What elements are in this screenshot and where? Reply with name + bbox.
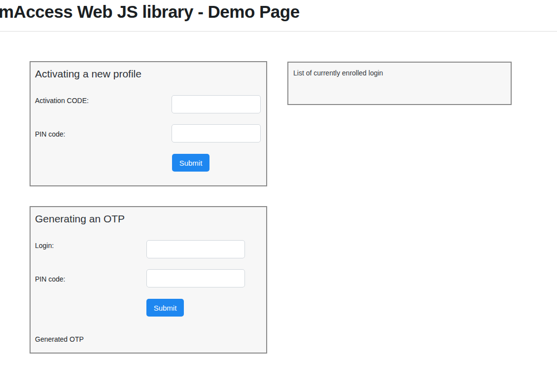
otp-panel-heading: Generating an OTP [35,213,125,225]
activation-panel-heading: Activating a new profile [35,68,141,80]
generated-otp-label: Generated OTP [35,335,84,343]
otp-login-input[interactable] [146,240,245,258]
activation-pin-label: PIN code: [35,129,65,139]
enrolled-login-panel: List of currently enrolled login [287,62,512,105]
otp-pin-input[interactable] [146,269,245,287]
activation-submit-button[interactable]: Submit [172,154,209,172]
page-title: mAccess Web JS library - Demo Page [0,2,300,22]
activation-panel: Activating a new profile Activation CODE… [30,61,267,186]
otp-login-label: Login: [35,241,54,250]
otp-submit-button[interactable]: Submit [146,299,184,317]
enrolled-login-list-label: List of currently enrolled login [293,69,383,77]
otp-panel: Generating an OTP Login: PIN code: Submi… [30,206,267,354]
activation-code-label: Activation CODE: [35,96,89,106]
activation-code-input[interactable] [172,95,261,113]
header-divider [0,31,557,32]
otp-pin-label: PIN code: [35,274,65,284]
activation-pin-input[interactable] [172,124,261,143]
